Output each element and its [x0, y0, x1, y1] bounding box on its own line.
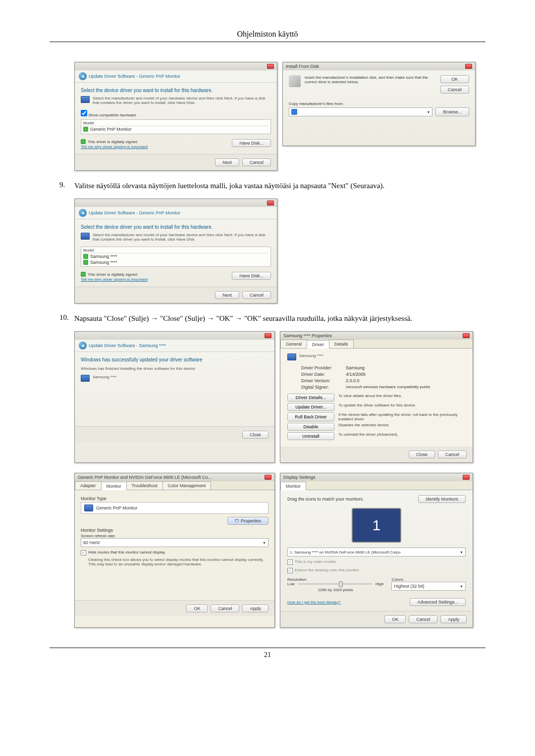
date-label: Driver Date: [301, 372, 346, 377]
show-compatible-checkbox[interactable] [81, 110, 87, 116]
cancel-button[interactable]: Cancel [438, 451, 467, 458]
cancel-button[interactable]: Cancel [440, 86, 469, 94]
model-list-item[interactable]: Samsung **** [83, 253, 268, 259]
step-text: Napsauta "Close" (Sulje) → "Close" (Sulj… [74, 313, 476, 324]
model-header: Model [83, 248, 268, 253]
back-icon[interactable]: ◄ [79, 342, 87, 350]
signed-label: This driver is digitally signed. [88, 272, 138, 277]
signing-info-link[interactable]: Tell me why driver signing is important [81, 277, 148, 282]
advanced-settings-button[interactable]: Advanced Settings... [410, 598, 466, 606]
have-disk-button[interactable]: Have Disk... [232, 272, 271, 280]
properties-button[interactable]: 🛡 Properties [227, 517, 268, 525]
close-button[interactable]: Close [409, 451, 435, 458]
tab-general[interactable]: General [280, 340, 307, 348]
tab-monitor[interactable]: Monitor [101, 482, 127, 490]
monitor-preview[interactable]: 1 [352, 508, 401, 543]
tab-details[interactable]: Details [329, 340, 354, 348]
monitor-icon [81, 375, 90, 382]
colors-combo[interactable]: Highest (32 bit) ▼ [391, 582, 466, 591]
provider-value: Samsung [346, 365, 365, 370]
cancel-button[interactable]: Cancel [242, 291, 271, 299]
close-icon[interactable] [463, 333, 470, 338]
apply-button[interactable]: Apply [440, 615, 467, 623]
ok-button[interactable]: OK [384, 615, 406, 623]
breadcrumb: Update Driver Software - Samsung **** [89, 343, 166, 348]
model-list-item[interactable]: Samsung **** [83, 259, 268, 265]
step-text: Valitse näytöllä olevasta näyttöjen luet… [74, 181, 476, 191]
back-icon[interactable]: ◄ [79, 209, 87, 217]
dialog-info: Select the manufacturer and model of you… [93, 233, 271, 242]
monitor-icon [287, 353, 296, 360]
next-button[interactable]: Next [215, 291, 239, 299]
dialog-title: Generic PnP Monitor and NVIDIA GeForce 6… [78, 475, 212, 480]
close-icon[interactable] [465, 64, 472, 69]
refresh-rate-label: Screen refresh rate: [81, 534, 268, 538]
hide-modes-checkbox[interactable]: ✓ [81, 550, 86, 555]
close-icon[interactable] [463, 475, 470, 480]
display-settings-dialog: Display Settings Monitor Drag the icons … [280, 473, 473, 628]
uninstall-button[interactable]: Uninstall [287, 432, 334, 440]
driver-details-desc: To view details about the driver files. [334, 394, 466, 402]
tab-adapter[interactable]: Adapter [75, 481, 102, 490]
disable-desc: Disables the selected device. [334, 423, 466, 431]
copy-from-combo[interactable]: ▼ [289, 107, 432, 116]
page-header: Ohjelmiston käyttö [50, 30, 485, 42]
device-name: Samsung **** [93, 375, 116, 382]
signed-label: This driver is digitally signed. [88, 140, 138, 144]
monitor-type-value: Generic PnP Monitor [96, 505, 137, 510]
monitor-select-combo[interactable]: 1. Samsung **** on NVIDIA GeForce 6600 L… [287, 548, 466, 556]
dialog-info: Select the manufacturer and model of you… [93, 96, 271, 105]
dialog-title: Samsung **** Properties [283, 333, 332, 338]
tab-troubleshoot[interactable]: Troubleshoot [126, 481, 163, 490]
copy-from-label: Copy manufacturer's files from: [289, 101, 469, 106]
driver-details-button[interactable]: Driver Details... [287, 394, 334, 402]
ok-button[interactable]: OK [186, 605, 208, 612]
refresh-rate-combo[interactable]: 60 Hertz ▼ [81, 538, 268, 547]
date-value: 4/14/2005 [346, 372, 366, 377]
close-icon[interactable] [267, 64, 274, 69]
back-icon[interactable]: ◄ [79, 72, 87, 80]
monitor-icon [81, 233, 90, 240]
best-display-link[interactable]: How do I get the best display? [287, 600, 340, 605]
close-icon[interactable] [267, 201, 274, 205]
model-list-item[interactable]: Generic PnP Monitor [83, 126, 268, 132]
close-icon[interactable] [265, 475, 271, 480]
rollback-driver-desc: If the device fails after updating the d… [334, 412, 466, 421]
identify-monitors-button[interactable]: Identify Monitors [418, 495, 466, 503]
update-driver-button[interactable]: Update Driver... [287, 403, 334, 411]
tab-monitor[interactable]: Monitor [280, 482, 306, 490]
breadcrumb: Update Driver Software - Generic PnP Mon… [89, 74, 180, 79]
chevron-down-icon: ▼ [263, 541, 266, 545]
cancel-button[interactable]: Cancel [242, 158, 271, 166]
version-value: 2.0.0.0 [346, 378, 360, 383]
tab-color-management[interactable]: Color Management [162, 481, 212, 490]
resolution-slider[interactable]: Low High [287, 582, 383, 586]
next-button[interactable]: Next [215, 158, 239, 166]
signer-value: microsoft windows hardware compatibility… [346, 385, 430, 390]
disk-icon [289, 75, 301, 87]
close-button[interactable]: Close [242, 431, 268, 439]
shield-icon [83, 260, 88, 265]
close-icon[interactable] [265, 333, 271, 338]
browse-button[interactable]: Browse... [435, 107, 469, 116]
ok-button[interactable]: OK [440, 75, 469, 83]
cancel-button[interactable]: Cancel [211, 605, 239, 612]
apply-button[interactable]: Apply [242, 605, 268, 612]
main-monitor-checkbox[interactable]: ✓ [287, 559, 293, 565]
disable-button[interactable]: Disable [287, 423, 334, 431]
have-disk-button[interactable]: Have Disk... [232, 139, 271, 147]
tab-driver[interactable]: Driver [307, 340, 329, 349]
step-number: 9. [59, 181, 74, 191]
extend-desktop-checkbox[interactable]: ✓ [287, 568, 293, 573]
resolution-label: Resolution: [287, 577, 383, 582]
provider-label: Driver Provider: [301, 365, 346, 370]
rollback-driver-button[interactable]: Roll Back Driver [287, 412, 334, 421]
resolution-value: 1280 by 1024 pixels [287, 588, 383, 592]
extend-desktop-label: Extend the desktop onto this monitor [295, 568, 359, 572]
install-from-disk-dialog: Install From Disk Insert the manufacture… [282, 62, 476, 146]
step-9: 9. Valitse näytöllä olevasta näyttöjen l… [59, 181, 476, 191]
cancel-button[interactable]: Cancel [409, 615, 437, 623]
hide-modes-label: Hide modes that this monitor cannot disp… [88, 550, 165, 554]
signing-info-link[interactable]: Tell me why driver signing is important [81, 145, 148, 149]
dialog-heading: Select the device driver you want to ins… [81, 224, 271, 230]
